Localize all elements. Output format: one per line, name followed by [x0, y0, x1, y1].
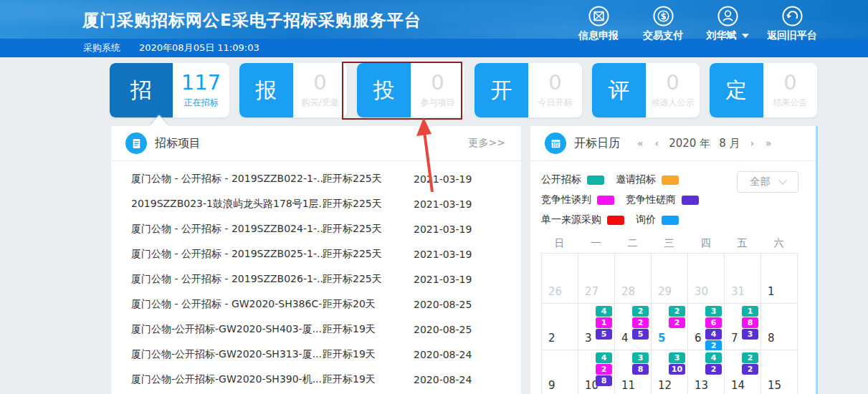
stat-card-1[interactable]: 招117正在招标: [110, 63, 229, 117]
project-row-2[interactable]: 2019SZZB023-1鼓浪屿龙头路178号1层...距开标225天2021-…: [111, 191, 521, 216]
projects-list: 厦门公物 - 公开招标 - 2019SZZB022-1-...距开标225天20…: [111, 161, 521, 392]
calendar-day-4[interactable]: 4225: [615, 304, 652, 350]
day-number: 13: [695, 379, 708, 392]
badge-negotiation[interactable]: 1: [596, 317, 612, 328]
calendar-day-27[interactable]: 27: [578, 254, 615, 304]
project-row-6[interactable]: 厦门公物 - 公开招标 - GW2020-SH386C-...距开标20天202…: [111, 292, 521, 317]
badge-negotiation[interactable]: 2: [669, 317, 685, 328]
stat-card-4[interactable]: 开0今日开标: [474, 63, 582, 117]
calendar-day-26[interactable]: 26: [542, 254, 578, 304]
calendar-day-12[interactable]: 12310: [652, 350, 688, 394]
calendar-day-31[interactable]: 31: [725, 254, 761, 304]
stat-key: 开: [474, 63, 528, 117]
badge-open[interactable]: 2: [669, 306, 685, 317]
project-name: 厦门公物-公开招标-GW2020-SH390-机...: [131, 373, 323, 386]
day-badges: 428: [596, 352, 612, 386]
calendar-day-14[interactable]: 1422: [725, 350, 761, 394]
legend-label: 单一来源采购: [541, 213, 601, 226]
project-countdown: 距开标225天: [323, 248, 414, 261]
calendar-day-3[interactable]: 3415: [578, 304, 615, 350]
badge-negotiation[interactable]: 6: [705, 317, 722, 328]
badge-consultation[interactable]: 3: [742, 329, 758, 340]
badge-open[interactable]: 2: [742, 352, 758, 363]
nav-label: 交易支付: [643, 29, 683, 42]
next-year-button[interactable]: »: [764, 138, 773, 149]
nav-item-info-report[interactable]: 信息申报: [570, 5, 627, 42]
badge-consultation[interactable]: 5: [596, 329, 612, 340]
calendar-filter-dropdown[interactable]: 全部: [737, 171, 798, 193]
project-row-9[interactable]: 厦门公物-公开招标-GW2020-SH390-机...距开标19天2020-08…: [111, 367, 521, 392]
project-name: 厦门公物 - 公开招标 - 2019SZZB026-1-...: [131, 273, 323, 286]
legend-label: 询价: [636, 213, 656, 226]
badge-open[interactable]: 1: [742, 306, 758, 317]
project-row-5[interactable]: 厦门公物 - 公开招标 - 2019SZZB026-1-...距开标225天20…: [111, 266, 521, 292]
badge-inquiry[interactable]: 2: [705, 340, 722, 351]
prev-month-button[interactable]: ‹: [654, 138, 661, 149]
project-date: 2021-03-19: [414, 274, 521, 285]
badge-consultation[interactable]: 4: [705, 329, 722, 340]
day-number: 4: [621, 332, 629, 345]
stat-card-6[interactable]: 定0结果公告: [710, 63, 817, 117]
info-report-icon: [588, 5, 610, 27]
badge-negotiation[interactable]: 8: [742, 317, 758, 328]
return-icon: [781, 5, 803, 27]
day-badges: 310: [669, 352, 685, 375]
badge-consultation[interactable]: 5: [632, 329, 649, 340]
stat-key: 报: [239, 63, 293, 117]
badge-consultation[interactable]: 8: [596, 375, 612, 386]
badge-open[interactable]: 4: [596, 352, 612, 363]
calendar-day-2[interactable]: 2: [542, 304, 578, 350]
project-row-1[interactable]: 厦门公物 - 公开招标 - 2019SZZB022-1-...距开标225天20…: [111, 166, 521, 191]
badge-negotiation[interactable]: 2: [596, 364, 612, 375]
badge-consultation[interactable]: 10: [669, 364, 685, 375]
badge-open[interactable]: 2: [632, 306, 649, 317]
stat-count: 117: [181, 72, 221, 93]
calendar-day-15[interactable]: 15: [761, 350, 798, 394]
project-row-3[interactable]: 厦门公物 - 公开招标 - 2019SZZB024-1-...距开标225天20…: [111, 216, 521, 241]
calendar-day-1[interactable]: 1: [761, 254, 798, 304]
calendar-day-6[interactable]: 63642: [688, 304, 725, 350]
legend-inquiry: 询价: [636, 213, 679, 226]
calendar-day-30[interactable]: 30: [688, 254, 725, 304]
project-row-4[interactable]: 厦门公物 - 公开招标 - 2019SZZB025-1-...距开标225天20…: [111, 241, 521, 266]
project-row-7[interactable]: 厦门公物-公开招标-GW2020-SH403-厦...距开标19天2020-08…: [111, 317, 521, 342]
badge-open[interactable]: 3: [632, 352, 649, 363]
stat-card-2[interactable]: 报0购买/受邀: [239, 63, 347, 117]
project-row-8[interactable]: 厦门公物-公开招标-GW2020-SH313-厦...距开标19天2020-08…: [111, 342, 521, 367]
badge-open[interactable]: 3: [705, 306, 722, 317]
calendar-day-29[interactable]: 29: [652, 254, 688, 304]
badge-consultation[interactable]: 8: [632, 364, 649, 375]
calendar-day-9[interactable]: 9: [542, 350, 578, 394]
calendar-day-7[interactable]: 7183: [725, 304, 761, 350]
badge-open[interactable]: 4: [705, 352, 722, 363]
stat-label: 今日开标: [538, 97, 573, 109]
calendar-day-28[interactable]: 28: [615, 254, 652, 304]
nav-item-payment[interactable]: $ 交易支付: [634, 5, 692, 42]
projects-more-link[interactable]: 更多>>: [469, 137, 505, 150]
stat-key: 招: [110, 63, 173, 117]
projects-panel: 招标项目 更多>> 厦门公物 - 公开招标 - 2019SZZB022-1-..…: [111, 126, 521, 394]
system-label: 采购系统: [83, 42, 120, 54]
nav-item-user[interactable]: 刘华斌: [699, 5, 756, 42]
badge-open[interactable]: 3: [669, 352, 685, 363]
stat-label: 结果公告: [773, 97, 808, 109]
document-icon: [125, 133, 147, 154]
stat-card-5[interactable]: 评0候选人公示: [592, 63, 700, 117]
day-badges: 183: [742, 306, 758, 340]
prev-year-button[interactable]: «: [636, 138, 645, 149]
calendar-day-13[interactable]: 1342: [688, 350, 725, 394]
calendar-day-10[interactable]: 10428: [578, 350, 615, 394]
badge-negotiation[interactable]: 2: [632, 317, 649, 328]
nav-item-return-old[interactable]: 返回旧平台: [763, 5, 821, 42]
badge-consultation[interactable]: 2: [742, 364, 758, 375]
badge-open[interactable]: 4: [596, 306, 612, 317]
calendar-day-8[interactable]: 8: [761, 304, 798, 350]
badge-consultation[interactable]: 2: [705, 364, 722, 375]
legend-invite: 邀请招标: [616, 173, 679, 186]
next-month-button[interactable]: ›: [748, 138, 755, 149]
calendar-day-5[interactable]: 522: [652, 304, 688, 350]
chevron-down-icon[interactable]: [742, 34, 749, 38]
legend-consultation: 竞争性磋商: [626, 193, 699, 206]
calendar-day-11[interactable]: 1138: [615, 350, 652, 394]
datetime-label: 2020年08月05日 11:09:03: [139, 42, 259, 54]
